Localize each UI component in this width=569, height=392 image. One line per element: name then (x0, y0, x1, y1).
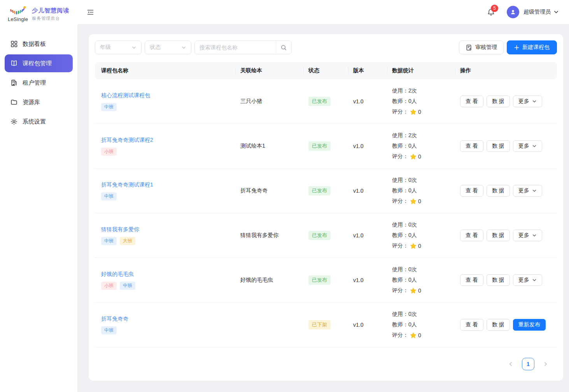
stats: 使用：0次教师：0人评分：0 (387, 177, 455, 205)
view-button[interactable]: 查 看 (460, 140, 483, 152)
related-book: 好饿的毛毛虫 (236, 277, 304, 284)
sidebar-item-label: 租户管理 (23, 79, 46, 87)
view-button[interactable]: 查 看 (460, 185, 483, 197)
table-row: 折耳兔奇奇测试课程1中班折耳兔奇奇已发布v1.0使用：0次教师：0人评分：0查 … (95, 169, 557, 213)
more-button[interactable]: 更多 (513, 140, 542, 152)
review-management-button[interactable]: 审核管理 (459, 40, 504, 54)
view-button[interactable]: 查 看 (460, 319, 483, 331)
data-button[interactable]: 数 据 (487, 96, 510, 107)
star-icon (410, 332, 417, 339)
usage-stat: 使用：0次 (392, 221, 455, 228)
version: v1.0 (348, 188, 387, 194)
data-button[interactable]: 数 据 (487, 140, 510, 152)
grade-select[interactable]: 年级 (95, 40, 142, 54)
column-header: 操作 (455, 62, 557, 79)
star-icon (410, 198, 417, 205)
top-bar: 5 超级管理员 (77, 0, 569, 24)
rating-stat: 评分：0 (392, 332, 455, 339)
star-icon (410, 108, 417, 116)
usage-stat: 使用：2次 (392, 87, 455, 94)
pagination: 1 (95, 347, 557, 381)
pagination-prev-icon[interactable] (508, 361, 513, 367)
sidebar-collapse-icon[interactable] (87, 9, 94, 16)
rating-stat: 评分：0 (392, 153, 455, 160)
status-badge: 已发布 (308, 186, 331, 195)
plus-icon (514, 45, 519, 50)
brand-icon (9, 6, 27, 16)
teacher-stat: 教师：0人 (392, 98, 455, 105)
more-button[interactable]: 更多 (513, 185, 542, 197)
sidebar-item-book[interactable]: 课程包管理 (5, 54, 73, 72)
chevron-down-icon (532, 99, 537, 104)
status-badge: 已发布 (308, 275, 331, 285)
sidebar-item-gear[interactable]: 系统设置 (5, 113, 73, 131)
sidebar-item-building[interactable]: 租户管理 (5, 74, 73, 92)
republish-button[interactable]: 重新发布 (513, 319, 546, 331)
sidebar-item-dashboard[interactable]: 数据看板 (5, 35, 73, 53)
search-box (194, 40, 292, 54)
data-button[interactable]: 数 据 (487, 274, 510, 286)
chevron-down-icon (532, 188, 537, 193)
grade-tag: 小班 (101, 282, 117, 289)
column-header: 课程包名称 (95, 62, 236, 79)
row-actions: 查 看数 据重新发布 (455, 319, 557, 331)
stats: 使用：2次教师：0人评分：0 (387, 132, 455, 160)
teacher-stat: 教师：0人 (392, 187, 455, 194)
grade-tag: 中班 (101, 237, 117, 245)
package-name-link[interactable]: 猜猜我有多爱你 (101, 226, 139, 233)
sidebar-item-label: 系统设置 (23, 118, 46, 125)
row-actions: 查 看数 据更多 (455, 140, 557, 152)
view-button[interactable]: 查 看 (460, 96, 483, 107)
pagination-page-1[interactable]: 1 (522, 358, 534, 370)
package-name-link[interactable]: 好饿的毛毛虫 (101, 271, 134, 278)
table-row: 核心流程测试课程包中班三只小猪已发布v1.0使用：2次教师：0人评分：0查 看数… (95, 79, 557, 124)
chevron-down-icon (181, 45, 186, 50)
user-menu-chevron-icon[interactable] (553, 9, 559, 15)
gear-icon (11, 118, 18, 125)
more-button[interactable]: 更多 (513, 96, 542, 107)
version: v1.0 (348, 232, 387, 239)
rating-stat: 评分：0 (392, 242, 455, 250)
rating-stat: 评分：0 (392, 108, 455, 116)
package-name-link[interactable]: 折耳兔奇奇 (101, 315, 128, 322)
table-row: 折耳兔奇奇中班已下架v1.0使用：0次教师：0人评分：0查 看数 据重新发布 (95, 303, 557, 347)
data-button[interactable]: 数 据 (487, 185, 510, 197)
book-icon (11, 60, 18, 67)
grade-tag: 大班 (120, 237, 135, 245)
status-select[interactable]: 状态 (145, 40, 191, 54)
stats: 使用：2次教师：0人评分：0 (387, 87, 455, 116)
more-button[interactable]: 更多 (513, 274, 542, 286)
view-button[interactable]: 查 看 (460, 274, 483, 286)
package-name-link[interactable]: 折耳兔奇奇测试课程1 (101, 181, 153, 188)
grade-tag: 中班 (101, 326, 117, 334)
grade-tag: 中班 (120, 282, 135, 289)
row-actions: 查 看数 据更多 (455, 185, 557, 197)
version: v1.0 (348, 98, 387, 105)
data-button[interactable]: 数 据 (487, 230, 510, 241)
related-book: 猜猜我有多爱你 (236, 232, 304, 239)
view-button[interactable]: 查 看 (460, 230, 483, 241)
user-name: 超级管理员 (523, 9, 551, 16)
stats: 使用：0次教师：0人评分：0 (387, 221, 455, 250)
search-input[interactable] (195, 41, 276, 54)
pagination-next-icon[interactable] (543, 361, 548, 367)
package-name-link[interactable]: 核心流程测试课程包 (101, 92, 150, 99)
avatar[interactable] (507, 6, 519, 18)
package-name-link[interactable]: 折耳兔奇奇测试课程2 (101, 137, 153, 144)
more-button[interactable]: 更多 (513, 230, 542, 241)
data-button[interactable]: 数 据 (487, 319, 510, 331)
star-icon (410, 287, 417, 294)
sidebar-menu: 数据看板课程包管理租户管理资源库系统设置 (0, 28, 77, 139)
sidebar-item-folder[interactable]: 资源库 (5, 93, 73, 111)
create-package-button[interactable]: 新建课程包 (507, 40, 557, 54)
status-badge: 已发布 (308, 231, 331, 240)
search-icon[interactable] (276, 41, 291, 54)
column-header: 状态 (304, 62, 348, 79)
status-badge: 已发布 (308, 141, 331, 151)
notification-bell[interactable]: 5 (487, 8, 495, 16)
user-icon (509, 9, 516, 16)
version: v1.0 (348, 322, 387, 328)
teacher-stat: 教师：0人 (392, 232, 455, 239)
related-book: 测试绘本1 (236, 143, 304, 150)
grade-tag: 中班 (101, 192, 117, 200)
